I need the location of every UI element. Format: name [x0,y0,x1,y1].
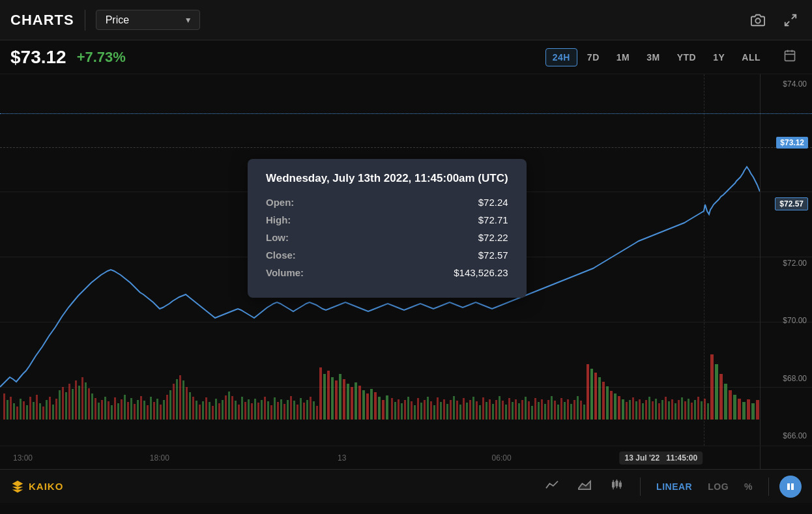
svg-rect-91 [277,402,279,420]
svg-rect-122 [391,398,393,420]
svg-rect-106 [327,371,330,420]
svg-rect-217 [707,403,709,420]
svg-rect-208 [678,400,680,420]
svg-rect-134 [430,401,432,420]
svg-rect-221 [724,384,727,420]
svg-rect-139 [446,404,448,420]
svg-rect-101 [310,397,312,420]
svg-rect-226 [747,399,750,420]
svg-rect-165 [531,406,533,420]
price-change: +7.73% [77,49,126,66]
time-filter-group: 24H 7D 1M 3M YTD 1Y ALL [545,48,768,66]
svg-rect-180 [580,401,582,420]
kaiko-logo-icon [10,479,25,494]
tooltip-val-close: $72.57 [478,250,508,261]
svg-rect-42 [117,403,119,420]
svg-rect-61 [179,375,181,420]
svg-rect-124 [398,399,399,420]
chart-type-select[interactable]: Price Volume Market Cap [96,10,200,30]
time-filter-1y[interactable]: 1Y [706,48,732,66]
tooltip-val-open: $72.24 [478,197,508,208]
candle-chart-button[interactable] [603,475,630,498]
svg-rect-131 [420,403,422,420]
time-filter-3m[interactable]: 3M [639,48,667,66]
svg-rect-71 [212,406,214,420]
svg-rect-17 [36,395,38,420]
svg-rect-155 [499,396,500,420]
svg-rect-78 [235,401,237,420]
svg-rect-93 [283,404,285,420]
svg-rect-53 [153,402,155,420]
y-label-66: $66.00 [761,431,812,440]
svg-rect-195 [635,401,637,420]
time-filter-7d[interactable]: 7D [580,48,607,66]
pause-button[interactable] [779,476,802,498]
svg-rect-62 [182,380,184,420]
linear-scale-button[interactable]: LINEAR [651,478,697,495]
tooltip-val-volume: $143,526.23 [454,267,508,278]
svg-rect-209 [681,397,683,420]
svg-rect-102 [313,401,315,420]
svg-rect-108 [335,380,338,420]
calendar-button[interactable] [778,46,802,68]
price-bar: $73.12 +7.73% 24H 7D 1M 3M YTD 1Y ALL [0,40,812,74]
svg-rect-69 [205,397,207,420]
svg-rect-54 [156,399,158,420]
svg-rect-110 [343,379,345,420]
svg-rect-88 [267,401,269,420]
svg-rect-145 [466,403,468,420]
svg-rect-23 [55,399,57,420]
svg-rect-46 [130,398,132,420]
svg-rect-28 [72,389,74,420]
svg-rect-200 [652,401,654,420]
time-filter-24h[interactable]: 24H [545,48,577,66]
svg-rect-39 [108,401,109,420]
svg-rect-94 [287,400,289,420]
svg-rect-20 [46,400,48,420]
header: CHARTS Price Volume Market Cap ▼ [0,0,812,40]
svg-rect-206 [671,399,673,420]
svg-rect-119 [378,397,381,420]
time-filter-ytd[interactable]: YTD [670,48,704,66]
y-label-73-12: $73.12 [776,137,808,149]
svg-rect-204 [665,397,667,420]
svg-rect-52 [150,397,152,420]
pct-scale-button[interactable]: % [739,478,758,495]
svg-rect-133 [427,397,429,420]
svg-rect-49 [140,396,142,420]
y-label-70: $70.00 [761,316,812,325]
screenshot-button[interactable] [747,9,769,31]
svg-rect-207 [674,403,676,420]
svg-rect-12 [20,399,22,420]
svg-rect-161 [518,403,520,420]
svg-rect-70 [209,402,210,420]
svg-rect-104 [319,367,322,420]
svg-rect-16 [33,402,35,420]
area-chart-button[interactable] [571,475,598,498]
svg-rect-192 [626,402,628,420]
time-filter-all[interactable]: ALL [734,48,768,66]
svg-rect-40 [111,405,113,420]
svg-rect-141 [453,396,455,420]
svg-rect-179 [577,396,579,420]
svg-rect-220 [719,374,723,420]
svg-rect-3 [785,51,795,61]
svg-rect-229 [613,482,615,487]
svg-rect-184 [594,373,597,420]
svg-rect-83 [251,403,253,420]
svg-rect-86 [261,400,263,420]
svg-rect-87 [264,397,266,420]
tooltip-row-close: Close: $72.57 [266,250,508,261]
svg-rect-92 [280,399,282,420]
y-label-72-57: $72.57 [775,197,808,210]
log-scale-button[interactable]: LOG [703,478,734,495]
svg-rect-227 [751,403,755,420]
svg-rect-26 [65,392,67,420]
svg-rect-59 [173,384,175,420]
svg-rect-148 [476,401,478,420]
svg-rect-224 [738,399,741,420]
svg-rect-215 [701,401,703,420]
time-filter-1m[interactable]: 1M [609,48,637,66]
expand-button[interactable] [779,9,802,31]
line-chart-button[interactable] [538,475,566,498]
